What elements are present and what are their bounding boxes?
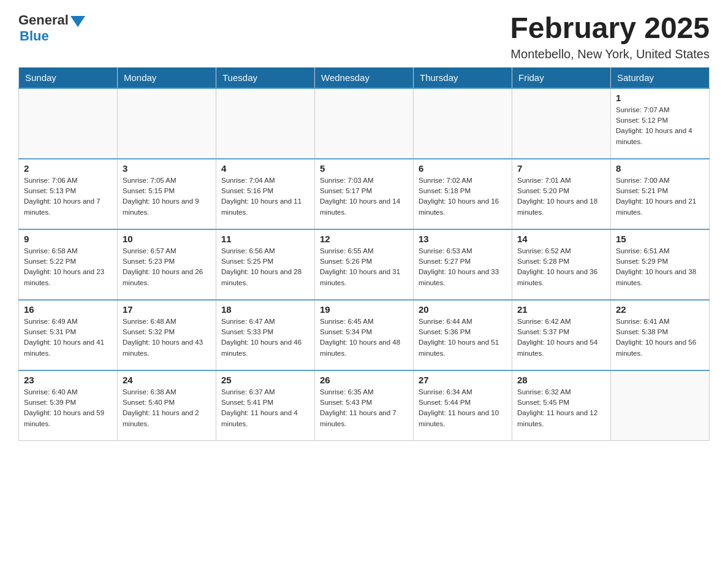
logo-arrow-icon — [70, 16, 85, 27]
day-info: Sunrise: 6:47 AMSunset: 5:33 PMDaylight:… — [221, 316, 309, 359]
day-number: 17 — [123, 304, 211, 315]
day-info: Sunrise: 6:55 AMSunset: 5:26 PMDaylight:… — [320, 246, 408, 288]
day-info: Sunrise: 6:40 AMSunset: 5:39 PMDaylight:… — [24, 387, 112, 429]
day-number: 27 — [419, 375, 507, 385]
calendar-cell: 23Sunrise: 6:40 AMSunset: 5:39 PMDayligh… — [19, 370, 118, 441]
calendar-week-3: 9Sunrise: 6:58 AMSunset: 5:22 PMDaylight… — [19, 229, 710, 300]
calendar-cell: 21Sunrise: 6:42 AMSunset: 5:37 PMDayligh… — [512, 300, 611, 370]
day-info: Sunrise: 7:02 AMSunset: 5:18 PMDaylight:… — [419, 175, 507, 218]
day-number: 11 — [221, 234, 309, 244]
page-header: General Blue February 2025 Montebello, N… — [18, 12, 710, 61]
day-info: Sunrise: 7:01 AMSunset: 5:20 PMDaylight:… — [517, 175, 605, 218]
day-number: 26 — [320, 375, 408, 385]
day-number: 10 — [123, 234, 211, 244]
day-number: 8 — [616, 163, 704, 174]
calendar-cell: 17Sunrise: 6:48 AMSunset: 5:32 PMDayligh… — [118, 300, 216, 370]
calendar-week-1: 1Sunrise: 7:07 AMSunset: 5:12 PMDaylight… — [19, 88, 710, 159]
day-info: Sunrise: 6:37 AMSunset: 5:41 PMDaylight:… — [221, 387, 309, 429]
day-number: 15 — [616, 234, 704, 244]
day-info: Sunrise: 6:58 AMSunset: 5:22 PMDaylight:… — [24, 246, 112, 288]
calendar-cell: 2Sunrise: 7:06 AMSunset: 5:13 PMDaylight… — [19, 159, 118, 229]
calendar-cell: 19Sunrise: 6:45 AMSunset: 5:34 PMDayligh… — [315, 300, 414, 370]
day-info: Sunrise: 6:53 AMSunset: 5:27 PMDaylight:… — [419, 246, 507, 288]
day-info: Sunrise: 6:49 AMSunset: 5:31 PMDaylight:… — [24, 316, 112, 359]
day-info: Sunrise: 7:07 AMSunset: 5:12 PMDaylight:… — [616, 105, 704, 147]
calendar-week-2: 2Sunrise: 7:06 AMSunset: 5:13 PMDaylight… — [19, 159, 710, 229]
day-number: 25 — [221, 375, 309, 385]
day-info: Sunrise: 6:32 AMSunset: 5:45 PMDaylight:… — [517, 387, 605, 429]
day-number: 1 — [616, 93, 704, 103]
calendar-cell — [512, 88, 611, 159]
day-info: Sunrise: 6:51 AMSunset: 5:29 PMDaylight:… — [616, 246, 704, 288]
weekday-header-thursday: Thursday — [414, 67, 512, 88]
day-number: 14 — [517, 234, 605, 244]
day-number: 2 — [24, 163, 112, 174]
calendar-cell: 15Sunrise: 6:51 AMSunset: 5:29 PMDayligh… — [611, 229, 710, 300]
day-number: 18 — [221, 304, 309, 315]
weekday-header-sunday: Sunday — [19, 67, 118, 88]
logo-general-text: General — [18, 12, 69, 28]
calendar-cell: 3Sunrise: 7:05 AMSunset: 5:15 PMDaylight… — [118, 159, 216, 229]
calendar-cell: 1Sunrise: 7:07 AMSunset: 5:12 PMDaylight… — [611, 88, 710, 159]
weekday-header-saturday: Saturday — [611, 67, 710, 88]
day-number: 7 — [517, 163, 605, 174]
day-number: 6 — [419, 163, 507, 174]
calendar-cell: 13Sunrise: 6:53 AMSunset: 5:27 PMDayligh… — [414, 229, 512, 300]
day-number: 12 — [320, 234, 408, 244]
calendar-week-5: 23Sunrise: 6:40 AMSunset: 5:39 PMDayligh… — [19, 370, 710, 441]
day-number: 23 — [24, 375, 112, 385]
calendar-cell: 8Sunrise: 7:00 AMSunset: 5:21 PMDaylight… — [611, 159, 710, 229]
weekday-header-row: SundayMondayTuesdayWednesdayThursdayFrid… — [19, 67, 710, 88]
day-info: Sunrise: 7:00 AMSunset: 5:21 PMDaylight:… — [616, 175, 704, 218]
day-number: 22 — [616, 304, 704, 315]
day-info: Sunrise: 6:48 AMSunset: 5:32 PMDaylight:… — [123, 316, 211, 359]
calendar-week-4: 16Sunrise: 6:49 AMSunset: 5:31 PMDayligh… — [19, 300, 710, 370]
calendar-cell: 14Sunrise: 6:52 AMSunset: 5:28 PMDayligh… — [512, 229, 611, 300]
calendar-cell: 10Sunrise: 6:57 AMSunset: 5:23 PMDayligh… — [118, 229, 216, 300]
day-info: Sunrise: 7:04 AMSunset: 5:16 PMDaylight:… — [221, 175, 309, 218]
calendar-cell: 11Sunrise: 6:56 AMSunset: 5:25 PMDayligh… — [216, 229, 315, 300]
calendar-cell: 4Sunrise: 7:04 AMSunset: 5:16 PMDaylight… — [216, 159, 315, 229]
day-info: Sunrise: 6:44 AMSunset: 5:36 PMDaylight:… — [419, 316, 507, 359]
month-title: February 2025 — [510, 12, 710, 45]
calendar-cell: 25Sunrise: 6:37 AMSunset: 5:41 PMDayligh… — [216, 370, 315, 441]
calendar-cell: 22Sunrise: 6:41 AMSunset: 5:38 PMDayligh… — [611, 300, 710, 370]
day-info: Sunrise: 7:05 AMSunset: 5:15 PMDaylight:… — [123, 175, 211, 218]
calendar-cell: 27Sunrise: 6:34 AMSunset: 5:44 PMDayligh… — [414, 370, 512, 441]
calendar-cell: 7Sunrise: 7:01 AMSunset: 5:20 PMDaylight… — [512, 159, 611, 229]
calendar-cell — [19, 88, 118, 159]
calendar-cell: 26Sunrise: 6:35 AMSunset: 5:43 PMDayligh… — [315, 370, 414, 441]
day-number: 4 — [221, 163, 309, 174]
day-info: Sunrise: 7:03 AMSunset: 5:17 PMDaylight:… — [320, 175, 408, 218]
calendar-cell — [216, 88, 315, 159]
day-info: Sunrise: 6:45 AMSunset: 5:34 PMDaylight:… — [320, 316, 408, 359]
day-number: 9 — [24, 234, 112, 244]
day-info: Sunrise: 7:06 AMSunset: 5:13 PMDaylight:… — [24, 175, 112, 218]
day-number: 13 — [419, 234, 507, 244]
calendar-cell — [414, 88, 512, 159]
day-number: 5 — [320, 163, 408, 174]
calendar-cell: 12Sunrise: 6:55 AMSunset: 5:26 PMDayligh… — [315, 229, 414, 300]
day-number: 3 — [123, 163, 211, 174]
title-section: February 2025 Montebello, New York, Unit… — [510, 12, 710, 61]
calendar-cell: 6Sunrise: 7:02 AMSunset: 5:18 PMDaylight… — [414, 159, 512, 229]
day-info: Sunrise: 6:57 AMSunset: 5:23 PMDaylight:… — [123, 246, 211, 288]
day-info: Sunrise: 6:41 AMSunset: 5:38 PMDaylight:… — [616, 316, 704, 359]
weekday-header-friday: Friday — [512, 67, 611, 88]
day-number: 28 — [517, 375, 605, 385]
day-number: 16 — [24, 304, 112, 315]
day-info: Sunrise: 6:42 AMSunset: 5:37 PMDaylight:… — [517, 316, 605, 359]
day-number: 24 — [123, 375, 211, 385]
day-info: Sunrise: 6:52 AMSunset: 5:28 PMDaylight:… — [517, 246, 605, 288]
location-title: Montebello, New York, United States — [510, 47, 710, 61]
weekday-header-wednesday: Wednesday — [315, 67, 414, 88]
logo: General Blue — [18, 12, 85, 44]
day-number: 20 — [419, 304, 507, 315]
weekday-header-tuesday: Tuesday — [216, 67, 315, 88]
calendar-cell — [118, 88, 216, 159]
calendar-cell: 18Sunrise: 6:47 AMSunset: 5:33 PMDayligh… — [216, 300, 315, 370]
day-info: Sunrise: 6:35 AMSunset: 5:43 PMDaylight:… — [320, 387, 408, 429]
day-info: Sunrise: 6:34 AMSunset: 5:44 PMDaylight:… — [419, 387, 507, 429]
weekday-header-monday: Monday — [118, 67, 216, 88]
day-info: Sunrise: 6:56 AMSunset: 5:25 PMDaylight:… — [221, 246, 309, 288]
